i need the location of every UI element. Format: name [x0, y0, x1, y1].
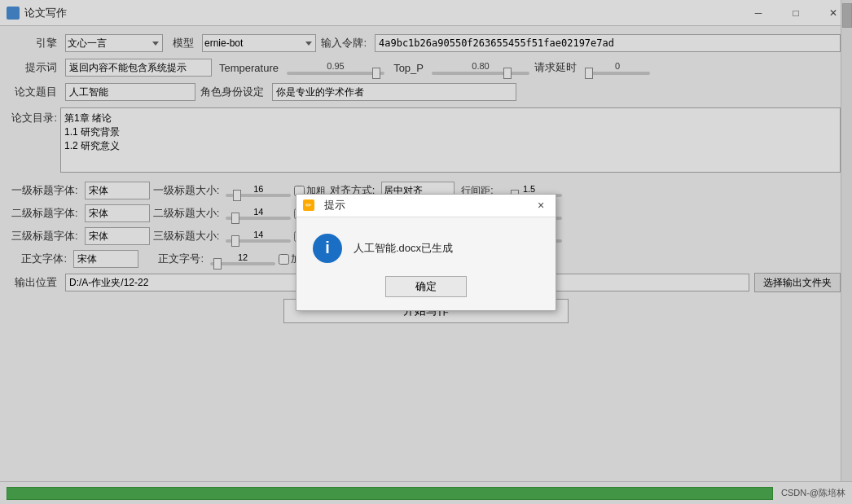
modal-title-icon: ✏: [303, 199, 314, 211]
modal-overlay: ✏ 提示 × i 人工智能.docx已生成 确定: [0, 0, 852, 504]
modal-footer: 确定: [296, 276, 556, 310]
modal-close-button[interactable]: ×: [533, 197, 549, 213]
modal-message: 人工智能.docx已生成: [354, 241, 453, 256]
modal-info-icon: i: [313, 234, 342, 263]
modal-title-text: 提示: [324, 198, 533, 213]
modal-title-bar: ✏ 提示 ×: [296, 195, 556, 217]
modal-ok-button[interactable]: 确定: [385, 276, 467, 297]
modal-body: i 人工智能.docx已生成: [296, 217, 556, 276]
modal-dialog: ✏ 提示 × i 人工智能.docx已生成 确定: [296, 194, 556, 311]
